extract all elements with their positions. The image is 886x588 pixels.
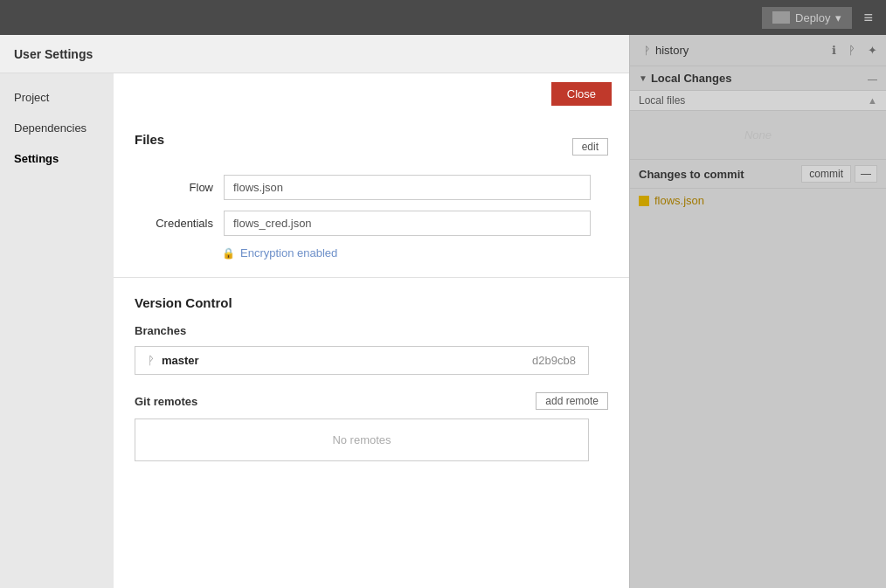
git-remotes-header: Git remotes add remote: [135, 392, 608, 410]
history-tab-label: history: [655, 44, 689, 57]
git-remotes-section: Git remotes add remote No remotes: [135, 392, 608, 461]
flow-input[interactable]: [224, 175, 591, 200]
chevron-icon: ▼: [639, 73, 647, 83]
edit-button[interactable]: edit: [572, 138, 608, 156]
sidebar: Project Dependencies Settings: [0, 73, 114, 588]
version-control-section: Version Control Branches ᚹ master d2b9cb…: [114, 278, 629, 479]
sidebar-nav: Project Dependencies Settings: [0, 73, 114, 174]
more-button[interactable]: —: [855, 165, 877, 183]
branch-name: master: [162, 354, 525, 367]
history-tab-icon: ᚹ: [644, 45, 650, 57]
flow-row: Flow: [135, 175, 608, 200]
lock-icon: 🔒: [222, 247, 235, 259]
local-files-label: Local files: [639, 94, 685, 107]
file-modified-icon: [639, 196, 649, 206]
commit-actions: commit —: [801, 165, 877, 183]
no-remotes-text: No remotes: [332, 433, 391, 446]
branch-hash: d2b9cb8: [532, 354, 576, 367]
close-row: Close: [114, 73, 629, 114]
branch-row: ᚹ master d2b9cb8: [135, 346, 589, 375]
topbar: Deploy ▾ ≡: [0, 0, 886, 35]
deploy-button[interactable]: Deploy ▾: [762, 7, 852, 29]
credentials-input[interactable]: [224, 211, 591, 236]
vc-section-title: Version Control: [135, 295, 608, 310]
sidebar-item-dependencies[interactable]: Dependencies: [0, 113, 114, 143]
main-layout: User Settings Project Dependencies Setti…: [0, 35, 886, 588]
settings-header-bar: User Settings: [0, 35, 629, 73]
sidebar-item-settings[interactable]: Settings: [0, 143, 114, 174]
branch-icon: ᚹ: [148, 354, 155, 367]
close-button[interactable]: Close: [551, 82, 612, 106]
left-panel: User Settings Project Dependencies Setti…: [0, 35, 629, 588]
page-title: User Settings: [14, 47, 93, 61]
changes-to-commit: Changes to commit commit —: [630, 159, 886, 189]
hamburger-button[interactable]: ≡: [859, 4, 877, 31]
deploy-dropdown-icon: ▾: [835, 11, 841, 24]
right-panel-tabs: ᚹ history ℹ ᚹ ✦: [630, 35, 886, 66]
main-content: Close Files edit Flow Credentials: [114, 73, 629, 588]
history-tab[interactable]: ᚹ history: [633, 38, 699, 62]
local-changes-title: ▼ Local Changes: [639, 72, 731, 85]
sidebar-item-project[interactable]: Project: [0, 82, 114, 113]
flow-label: Flow: [135, 181, 213, 194]
hamburger-icon: ≡: [863, 9, 873, 26]
commit-file-item[interactable]: flows.json: [630, 189, 886, 212]
local-changes-header: ▼ Local Changes —: [630, 66, 886, 91]
info-icon-button[interactable]: ℹ: [827, 40, 841, 60]
collapse-icon[interactable]: —: [868, 73, 877, 84]
content-area: Project Dependencies Settings Close: [0, 73, 629, 588]
tab-icons: ℹ ᚹ ✦: [827, 40, 883, 60]
encryption-text: Encryption enabled: [240, 246, 337, 259]
deploy-label: Deploy: [795, 11, 830, 24]
local-changes-label: Local Changes: [651, 72, 731, 85]
files-section: Files edit Flow Credentials 🔒 Encryption…: [114, 114, 629, 278]
commit-button[interactable]: commit: [801, 165, 851, 183]
right-panel: ᚹ history ℹ ᚹ ✦ ▼ Local Changes — Local …: [629, 35, 886, 588]
git-remotes-title: Git remotes: [135, 395, 197, 408]
no-remotes-box: No remotes: [135, 419, 589, 461]
deploy-icon: [772, 11, 790, 24]
add-remote-button[interactable]: add remote: [536, 392, 608, 410]
files-section-title: Files: [135, 132, 164, 147]
edit-icon-button[interactable]: ᚹ: [843, 40, 861, 60]
credentials-label: Credentials: [135, 217, 213, 230]
branches-label: Branches: [135, 324, 608, 337]
commit-file-name: flows.json: [654, 194, 704, 207]
scroll-up-btn[interactable]: ▲: [868, 95, 877, 106]
files-section-header: Files edit: [135, 132, 608, 161]
changes-to-commit-label: Changes to commit: [639, 168, 744, 181]
diff-icon-button[interactable]: ✦: [862, 40, 883, 60]
credentials-row: Credentials: [135, 211, 608, 236]
none-area: None: [630, 111, 886, 159]
none-text: None: [744, 128, 772, 142]
encryption-note: 🔒 Encryption enabled: [135, 246, 608, 259]
local-files-header: Local files ▲: [630, 91, 886, 111]
